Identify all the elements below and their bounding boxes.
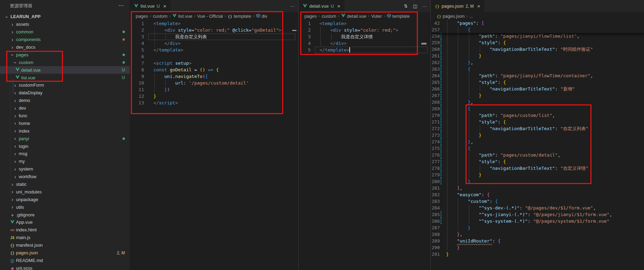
tree-item-custom[interactable]: ›custom (0, 58, 130, 66)
code-line-5[interactable]: 5</template> (299, 47, 430, 53)
tree-item-common[interactable]: ›common (0, 28, 130, 36)
tree-item-static[interactable]: ›static (0, 181, 130, 188)
close-icon[interactable]: × (163, 3, 166, 9)
chevron-right-icon[interactable]: › (10, 189, 15, 194)
tree-item-dev-docs[interactable]: ›dev_docs (0, 43, 130, 51)
breadcrumb-item[interactable]: list.vue (172, 13, 192, 19)
chevron-right-icon[interactable]: › (10, 182, 15, 187)
code-line-2[interactable]: 2<div style="color: red;" @click="goDeta… (130, 27, 298, 33)
chevron-right-icon[interactable]: › (13, 159, 18, 164)
close-icon[interactable]: × (477, 3, 480, 9)
code-line-262[interactable]: 262}, (431, 59, 644, 66)
tree-item-pages-json[interactable]: {}pages.json2, M (0, 249, 130, 257)
chevron-down-icon[interactable]: › (13, 60, 18, 65)
code-line-261[interactable]: 261} (431, 53, 644, 59)
breadcrumb-item[interactable]: custom (321, 14, 336, 19)
code-line-257[interactable]: 257{ (431, 26, 644, 33)
chevron-right-icon[interactable]: › (13, 113, 18, 118)
breadcrumb-item[interactable]: ... (469, 14, 473, 19)
code-line-7[interactable]: 7<script setup> (130, 60, 298, 66)
code-line-278[interactable]: 278"navigationBarTitleText": "自定义详情" (431, 165, 644, 172)
tree-item-components[interactable]: ›components (0, 36, 130, 43)
chevron-right-icon[interactable]: › (13, 106, 18, 111)
chevron-right-icon[interactable]: › (13, 174, 18, 179)
tab-list-vue[interactable]: list.vue U × (130, 0, 170, 12)
tree-item-main-js[interactable]: JSmain.js (0, 234, 130, 241)
tree-item-readme-md[interactable]: iREADME.md (0, 257, 130, 264)
code-line-284[interactable]: 284"^sys-dev-(.*)": "@/pages/dev/$1/form… (431, 205, 644, 211)
more-actions-icon[interactable]: ··· (290, 3, 295, 9)
breadcrumb-item[interactable]: {}template (228, 14, 251, 19)
code-line-274[interactable]: 274}, (431, 138, 644, 145)
breadcrumb-item[interactable]: div (256, 14, 268, 19)
code-line-3[interactable]: 3我是自定义列表 (130, 33, 298, 40)
tree-item-workflow[interactable]: ›workflow (0, 173, 130, 181)
code-line-258[interactable]: 258"path": "pages/jianyi/flowTime/list", (431, 33, 644, 39)
breadcrumb-item[interactable]: Vuter (371, 14, 382, 19)
code-line-13[interactable]: 13</script> (130, 100, 298, 106)
tree-item-demo[interactable]: ›demo (0, 97, 130, 104)
chevron-right-icon[interactable]: › (13, 151, 18, 156)
breadcrumb-item[interactable]: Vue - Official (197, 14, 223, 19)
tree-item-my[interactable]: ›my (0, 158, 130, 165)
code-line-4[interactable]: 4</div> (299, 40, 430, 47)
chevron-right-icon[interactable]: › (13, 83, 18, 88)
tree-item-msg[interactable]: ›msg (0, 150, 130, 158)
code-line-5[interactable]: 5</template> (130, 47, 298, 53)
tree-item-jianyi[interactable]: ›jianyi (0, 135, 130, 142)
code-line-290[interactable]: 290} (431, 244, 644, 251)
close-icon[interactable]: × (337, 3, 340, 9)
tree-item-uni-modules[interactable]: ›uni_modules (0, 188, 130, 196)
code-editor[interactable]: 258"path": "pages/jianyi/flowTime/list",… (431, 33, 644, 257)
code-line-263[interactable]: 263{ (431, 66, 644, 72)
tree-item-detail-vue[interactable]: detail.vueU (0, 66, 130, 74)
code-line-285[interactable]: 285"^sys-jianyi-(.*)": "@/pages/jianyi/$… (431, 211, 644, 218)
breadcrumb-item[interactable]: pages (136, 14, 148, 19)
tab-detail-vue[interactable]: detail.vue U × (299, 0, 344, 12)
code-line-266[interactable]: 266"navigationBarTitleText": "新增" (431, 86, 644, 92)
code-line-270[interactable]: 270"path": "pages/custom/list", (431, 112, 644, 119)
code-line-6[interactable]: 6 (130, 53, 298, 60)
code-line-282[interactable]: 282"easycom": { (431, 191, 644, 198)
tree-item-uni-scss[interactable]: ◉uni.scss (0, 264, 130, 270)
code-line-1[interactable]: 1<template> (130, 20, 298, 27)
code-line-277[interactable]: 277"style": { (431, 158, 644, 165)
breadcrumb-item[interactable]: pages (304, 14, 317, 19)
chevron-right-icon[interactable]: › (13, 121, 18, 126)
tree-item-list-vue[interactable]: list.vueU (0, 74, 130, 81)
split-editor-icon[interactable]: ◫ (413, 3, 417, 9)
code-line-291[interactable]: 291} (431, 251, 644, 257)
tab-pages-json[interactable]: {} pages.json 2, M × (431, 0, 484, 12)
code-line-288[interactable]: 288}, (431, 231, 644, 238)
breadcrumb-item[interactable]: custom (153, 14, 167, 19)
code-line-283[interactable]: 283"custom": { (431, 198, 644, 205)
tree-item-home[interactable]: ›home (0, 119, 130, 127)
code-editor[interactable]: 1<template>2<div style="color: red;" @cl… (130, 20, 298, 106)
code-line-265[interactable]: 265"style": { (431, 79, 644, 86)
tree-item-app-vue[interactable]: App.vue (0, 219, 130, 226)
code-line-273[interactable]: 273} (431, 132, 644, 138)
code-line-42[interactable]: 42"pages": [ (431, 20, 644, 26)
tree-item-customform[interactable]: ›customForm (0, 81, 130, 89)
code-line-11[interactable]: 11}) (130, 86, 298, 93)
tree-item-dev[interactable]: ›dev (0, 104, 130, 112)
chevron-right-icon[interactable]: › (13, 144, 18, 149)
code-line-10[interactable]: 10url: '/pages/custom/detail' (130, 80, 298, 86)
chevron-right-icon[interactable]: › (13, 167, 18, 172)
explorer-more-actions-icon[interactable]: ··· (119, 3, 124, 8)
chevron-right-icon[interactable]: › (13, 90, 18, 95)
tree-item-system[interactable]: ›system (0, 165, 130, 173)
code-line-4[interactable]: 4</div> (130, 40, 298, 47)
chevron-right-icon[interactable]: › (13, 136, 18, 141)
code-line-280[interactable]: 280} (431, 178, 644, 185)
breadcrumb-item[interactable]: detail.vue (341, 13, 366, 19)
chevron-right-icon[interactable]: › (13, 128, 18, 133)
chevron-right-icon[interactable]: › (10, 197, 15, 202)
code-line-279[interactable]: 279} (431, 172, 644, 178)
chevron-down-icon[interactable]: › (5, 14, 9, 19)
tree-item-learun-app[interactable]: ›LEARUN_APP (0, 13, 130, 21)
code-line-287[interactable]: 287} (431, 224, 644, 231)
tree-item-index[interactable]: ›index (0, 127, 130, 135)
tree-item-assets[interactable]: ›assets (0, 21, 130, 28)
tree-item--gitignore[interactable]: ◈.gitignore (0, 211, 130, 219)
